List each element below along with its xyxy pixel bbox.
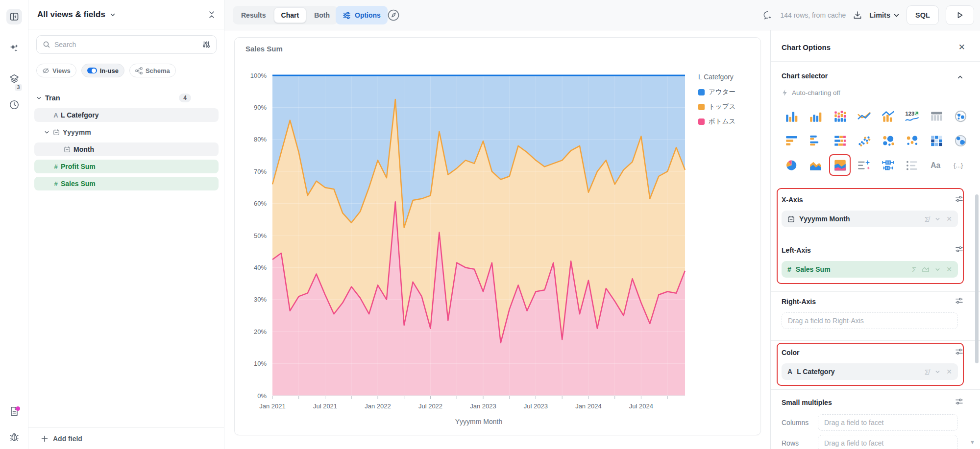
limits-dropdown[interactable]: Limits [869,11,900,19]
aggregate-icon[interactable]: Σ̸ [925,215,929,223]
auto-charting-status[interactable]: Auto-charting off [782,89,840,96]
svg-text:Jan 2024: Jan 2024 [575,402,602,410]
svg-text:123: 123 [906,111,915,117]
toolbar-right: 144 rows, from cache Limits SQL [762,0,974,30]
left-axis-field-name: Sales Sum [796,265,831,273]
chip-schema[interactable]: Schema [129,64,176,77]
chart-type-kpi[interactable]: 123 [902,105,923,127]
download-icon[interactable] [853,10,862,20]
legend-item[interactable]: アウター [698,88,757,96]
chevron-down-icon[interactable] [42,130,51,135]
chart-type-heatmap[interactable] [926,130,947,151]
chevron-down-icon[interactable] [935,369,940,375]
chart-type-bar-horizontal[interactable] [781,130,803,151]
tree-item-label: Profit Sum [61,163,96,170]
search-input[interactable] [54,41,198,48]
chart-type-summary-list[interactable] [853,154,875,176]
debug-button[interactable] [6,429,22,445]
chevron-down-icon[interactable] [110,12,116,18]
chart-type-area-stacked-selected[interactable] [829,154,851,176]
right-axis-drop-zone[interactable]: Drag a field to Right-Axis [782,312,958,329]
chart-type-choropleth-map[interactable] [950,130,971,151]
chart-type-area[interactable] [805,154,827,176]
chart-type-json[interactable]: {...} [950,154,971,176]
columns-drop-zone[interactable]: Drag a field to facet [818,414,958,431]
tree-item-month[interactable]: Month [34,142,219,156]
chart-type-bar-horizontal-stacked[interactable] [829,130,851,151]
left-axis-settings-icon[interactable] [955,245,963,254]
collapse-all-icon[interactable] [208,11,215,19]
chart-type-bubble[interactable] [878,130,899,151]
chart-type-table[interactable] [926,105,947,127]
svg-text:Jul 2023: Jul 2023 [524,402,548,410]
chip-views[interactable]: Views [36,64,76,77]
history-button[interactable] [6,97,22,113]
chevron-up-icon[interactable] [957,74,963,80]
svg-text:Jul 2022: Jul 2022 [418,402,442,410]
collapse-sidebar-button[interactable] [6,9,22,24]
chart-type-bar-grouped[interactable] [805,105,827,127]
notes-button[interactable] [6,403,22,419]
small-multiples-settings-icon[interactable] [955,398,963,406]
chart-type-combo[interactable] [878,105,899,127]
add-field-row[interactable]: Add field [28,427,224,449]
chart-type-bar[interactable] [781,105,803,127]
tree-group-tran[interactable]: Tran 4 [34,91,219,105]
remove-field-icon[interactable]: ✕ [946,215,952,223]
legend-item[interactable]: ボトムス [698,117,757,126]
chart-type-pie[interactable] [781,154,803,176]
svg-text:90%: 90% [254,104,267,111]
tree-item-profit-sum[interactable]: # Profit Sum [34,160,219,173]
scroll-down-icon[interactable]: ▼ [970,439,975,445]
color-field-pill[interactable]: A L Catefgory Σ̸ ✕ [782,363,958,380]
remove-field-icon[interactable]: ✕ [946,265,952,273]
chart-type-bullet-list[interactable] [902,154,923,176]
svg-text:Jul 2021: Jul 2021 [313,402,337,410]
compass-icon [387,9,400,22]
explore-button[interactable] [387,9,400,22]
chart-type-bar-horizontal-grouped[interactable] [805,130,827,151]
legend-item[interactable]: トップス [698,102,757,111]
color-settings-icon[interactable] [955,348,963,356]
aggregate-icon[interactable]: Σ [912,265,916,274]
rows-drop-zone[interactable]: Drag a field to facet [818,435,958,449]
x-axis-settings-icon[interactable] [955,195,963,203]
tab-results[interactable]: Results [234,7,273,23]
left-axis-label: Left-Axis [782,246,811,254]
remove-field-icon[interactable]: ✕ [946,368,952,376]
lightning-icon [782,89,788,96]
ai-assistant-button[interactable] [6,40,22,56]
notification-dot [16,406,20,411]
chevron-down-icon[interactable] [34,95,43,101]
stacked-area-chart[interactable]: 0%10%20%30%40%50%60%70%80%90%100%Jan 202… [245,65,735,414]
panel-scrollbar[interactable] [975,194,979,363]
sql-button[interactable]: SQL [906,5,939,25]
small-multiples-label: Small multiples [782,399,832,406]
aggregate-icon[interactable]: Σ̸ [925,368,929,376]
chart-type-line[interactable] [853,105,875,127]
chart-type-point-map[interactable] [950,105,971,127]
tab-chart[interactable]: Chart [274,7,307,23]
chevron-down-icon[interactable] [935,216,940,222]
tree-item-l-catefgory[interactable]: A L Catefgory [34,108,219,122]
chip-in-use[interactable]: In-use [81,64,124,77]
chart-type-scatter[interactable] [853,130,875,151]
close-icon[interactable]: ✕ [958,42,965,52]
chart-type-bar-stacked[interactable] [829,105,851,127]
options-button[interactable]: Options [336,6,388,24]
chat-sparkle-icon[interactable] [762,10,773,21]
area-style-icon[interactable] [922,266,929,272]
x-axis-field-pill[interactable]: Yyyymm Month Σ̸ ✕ [782,211,958,227]
right-axis-settings-icon[interactable] [955,297,963,305]
chevron-down-icon[interactable] [935,267,940,272]
left-axis-field-pill[interactable]: # Sales Sum Σ ✕ [782,261,958,278]
tree-item-yyyymm[interactable]: Yyyymm [34,125,219,139]
tree-item-sales-sum[interactable]: # Sales Sum [34,177,219,190]
chart-type-text[interactable]: Aa [926,154,947,176]
chip-in-use-label: In-use [100,67,119,74]
run-button[interactable] [946,5,974,25]
search-filter-icon[interactable] [202,41,210,48]
chart-type-boxplot[interactable] [878,154,899,176]
tab-both[interactable]: Both [307,7,337,23]
chart-type-dot-plot[interactable] [902,130,923,151]
